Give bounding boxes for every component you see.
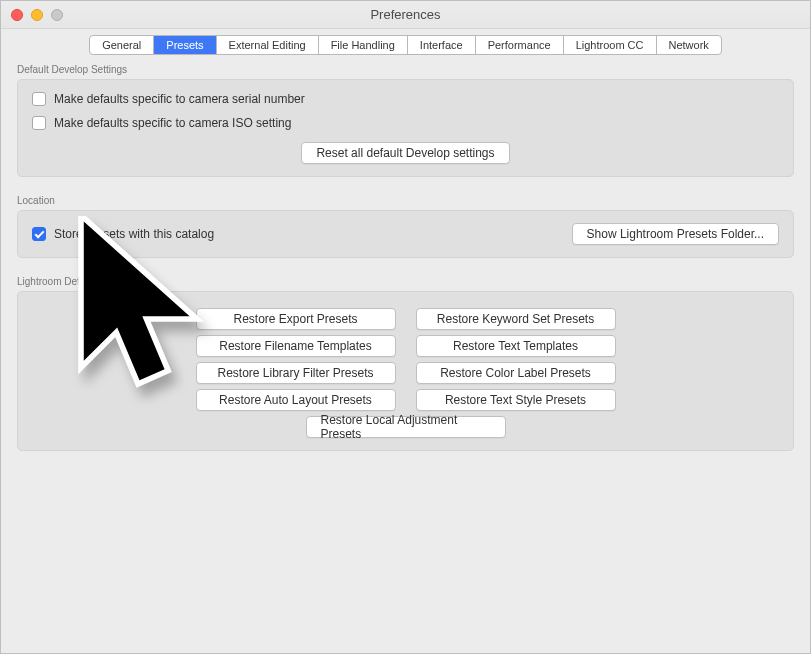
develop-reset-row: Reset all default Develop settings bbox=[32, 142, 779, 164]
maximize-icon bbox=[51, 9, 63, 21]
restore-export-presets-button[interactable]: Restore Export Presets bbox=[196, 308, 396, 330]
content: Default Develop Settings Make defaults s… bbox=[1, 55, 810, 653]
checkbox-serial-label: Make defaults specific to camera serial … bbox=[54, 92, 305, 106]
reset-develop-button[interactable]: Reset all default Develop settings bbox=[301, 142, 509, 164]
show-presets-folder-button[interactable]: Show Lightroom Presets Folder... bbox=[572, 223, 779, 245]
restore-keyword-set-presets-button[interactable]: Restore Keyword Set Presets bbox=[416, 308, 616, 330]
defaults-group-label: Lightroom Defaults bbox=[17, 276, 794, 287]
checkbox-store-presets-label: Store presets with this catalog bbox=[54, 227, 214, 241]
tab-general[interactable]: General bbox=[90, 36, 154, 54]
restore-text-style-presets-button[interactable]: Restore Text Style Presets bbox=[416, 389, 616, 411]
develop-section: Default Develop Settings Make defaults s… bbox=[17, 64, 794, 177]
defaults-panel: Restore Export Presets Restore Keyword S… bbox=[17, 291, 794, 451]
lightroom-defaults-section: Lightroom Defaults Restore Export Preset… bbox=[17, 276, 794, 451]
checkbox-iso-label: Make defaults specific to camera ISO set… bbox=[54, 116, 291, 130]
restore-library-filter-presets-button[interactable]: Restore Library Filter Presets bbox=[196, 362, 396, 384]
tabbar-container: General Presets External Editing File Ha… bbox=[1, 29, 810, 55]
restore-filename-templates-button[interactable]: Restore Filename Templates bbox=[196, 335, 396, 357]
develop-panel: Make defaults specific to camera serial … bbox=[17, 79, 794, 177]
tab-file-handling[interactable]: File Handling bbox=[319, 36, 408, 54]
preferences-window: Preferences General Presets External Edi… bbox=[0, 0, 811, 654]
checkbox-serial[interactable] bbox=[32, 92, 46, 106]
tab-interface[interactable]: Interface bbox=[408, 36, 476, 54]
checkbox-row-iso[interactable]: Make defaults specific to camera ISO set… bbox=[32, 116, 779, 130]
traffic-lights bbox=[1, 9, 63, 21]
location-panel: Store presets with this catalog Show Lig… bbox=[17, 210, 794, 258]
restore-text-templates-button[interactable]: Restore Text Templates bbox=[416, 335, 616, 357]
checkbox-row-store[interactable]: Store presets with this catalog bbox=[32, 227, 214, 241]
defaults-grid: Restore Export Presets Restore Keyword S… bbox=[32, 308, 779, 411]
restore-local-adjustment-presets-button[interactable]: Restore Local Adjustment Presets bbox=[306, 416, 506, 438]
window-title: Preferences bbox=[1, 7, 810, 22]
tab-performance[interactable]: Performance bbox=[476, 36, 564, 54]
tab-lightroom-cc[interactable]: Lightroom CC bbox=[564, 36, 657, 54]
close-icon[interactable] bbox=[11, 9, 23, 21]
develop-group-label: Default Develop Settings bbox=[17, 64, 794, 75]
tab-external-editing[interactable]: External Editing bbox=[217, 36, 319, 54]
location-group-label: Location bbox=[17, 195, 794, 206]
restore-color-label-presets-button[interactable]: Restore Color Label Presets bbox=[416, 362, 616, 384]
defaults-last-row: Restore Local Adjustment Presets bbox=[32, 416, 779, 438]
restore-auto-layout-presets-button[interactable]: Restore Auto Layout Presets bbox=[196, 389, 396, 411]
minimize-icon[interactable] bbox=[31, 9, 43, 21]
tab-network[interactable]: Network bbox=[657, 36, 721, 54]
tab-presets[interactable]: Presets bbox=[154, 36, 216, 54]
location-section: Location Store presets with this catalog… bbox=[17, 195, 794, 258]
checkbox-store-presets[interactable] bbox=[32, 227, 46, 241]
location-row: Store presets with this catalog Show Lig… bbox=[32, 223, 779, 245]
checkbox-row-serial[interactable]: Make defaults specific to camera serial … bbox=[32, 92, 779, 106]
tabbar: General Presets External Editing File Ha… bbox=[89, 35, 722, 55]
titlebar: Preferences bbox=[1, 1, 810, 29]
checkbox-iso[interactable] bbox=[32, 116, 46, 130]
